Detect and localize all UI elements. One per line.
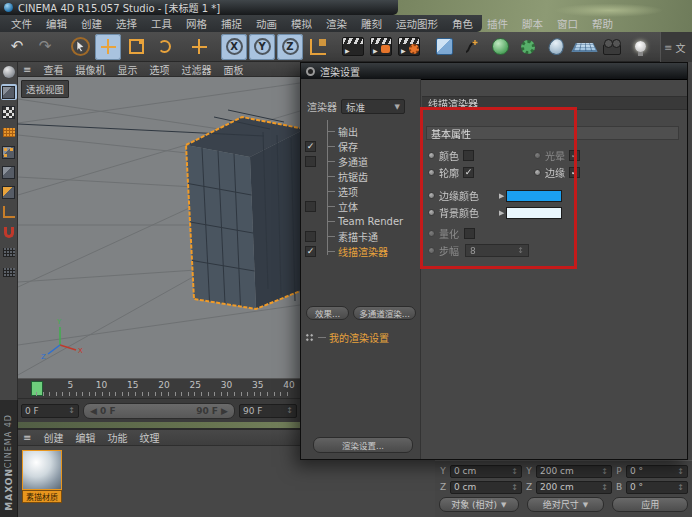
edge-checkbox[interactable]: ✓	[569, 167, 580, 178]
axis-x-button[interactable]: X	[221, 34, 247, 60]
viewport-menu-item[interactable]: 摄像机	[75, 62, 105, 77]
settings-tree-item[interactable]: ✓ 保存	[301, 139, 420, 154]
tree-item-label[interactable]: 保存	[338, 139, 358, 154]
viewport-menu-item[interactable]: 过滤器	[181, 62, 211, 77]
basic-properties-section[interactable]: 基本属性	[426, 126, 679, 140]
select-tool-button[interactable]	[67, 34, 93, 60]
snap-button[interactable]	[1, 224, 17, 240]
points-mode-button[interactable]	[1, 144, 17, 160]
menu-item[interactable]: 角色	[445, 16, 480, 31]
workplane-snap-button[interactable]	[1, 264, 17, 280]
keyframe-dot-icon[interactable]	[534, 169, 541, 176]
axis-z-button[interactable]: Z	[277, 34, 303, 60]
position-y-field[interactable]: 0 cm↕	[450, 465, 522, 478]
material-menu-item[interactable]: 编辑	[75, 430, 95, 445]
generators-button[interactable]	[487, 34, 513, 60]
size-mode-dropdown[interactable]: 绝对尺寸▼	[527, 497, 605, 512]
tree-item-label[interactable]: 素描卡通	[338, 229, 378, 244]
coordinate-system-button[interactable]	[305, 34, 331, 60]
tree-checkbox[interactable]: ✓	[305, 201, 316, 212]
tree-checkbox[interactable]: ✓	[305, 246, 316, 257]
menu-item[interactable]: 窗口	[550, 16, 585, 31]
timeline[interactable]: 0510152025303540	[18, 378, 300, 398]
workplane-mode-button[interactable]	[1, 124, 17, 140]
rotation-p-field[interactable]: 0 °↕	[626, 465, 688, 478]
settings-tree-item[interactable]: ✓ Team Render	[301, 214, 420, 229]
effects-button[interactable]: 效果...	[306, 306, 349, 320]
settings-tree-item[interactable]: ✓ 抗锯齿	[301, 169, 420, 184]
scale-tool-button[interactable]	[123, 34, 149, 60]
deformers-button[interactable]	[515, 34, 541, 60]
frame-range-slider[interactable]: ◀ 0 F 90 F ▶	[83, 403, 235, 419]
my-render-setting-item[interactable]: 我的渲染设置	[305, 330, 420, 345]
spinner-icon[interactable]: ↕	[286, 406, 293, 415]
keyframe-dot-icon[interactable]	[428, 209, 435, 216]
material-menu-item[interactable]: 纹理	[139, 430, 159, 445]
light-button[interactable]	[627, 34, 653, 60]
make-editable-button[interactable]	[1, 64, 17, 80]
spinner-icon[interactable]: ↕	[511, 483, 518, 492]
camera-button[interactable]	[599, 34, 625, 60]
tree-item-label[interactable]: 抗锯齿	[338, 169, 368, 184]
spinner-icon[interactable]: ↕	[677, 483, 684, 492]
viewport-menu-item[interactable]: 面板	[223, 62, 243, 77]
expand-triangle-icon[interactable]: ▶	[499, 209, 504, 217]
spinner-icon[interactable]: ↕	[601, 467, 608, 476]
color-checkbox[interactable]	[463, 150, 474, 161]
menu-item[interactable]: 插件	[480, 16, 515, 31]
material-name-label[interactable]: 素描材质	[22, 490, 62, 503]
redo-button[interactable]: ↷	[32, 34, 58, 60]
axis-y-button[interactable]: Y	[249, 34, 275, 60]
menu-item[interactable]: 文件	[4, 16, 39, 31]
viewport[interactable]: ≡ 查看 摄像机 显示 选项 过滤器 面板 透视视图	[18, 62, 300, 378]
panel-menu-icon[interactable]: ≡	[664, 42, 672, 53]
menu-item[interactable]: 选择	[109, 16, 144, 31]
tree-checkbox[interactable]: ✓	[305, 231, 316, 242]
renderer-dropdown[interactable]: 标准▼	[341, 99, 405, 114]
menu-item[interactable]: 网格	[179, 16, 214, 31]
tree-checkbox[interactable]: ✓	[305, 141, 316, 152]
position-z-field[interactable]: 0 cm↕	[450, 481, 522, 494]
settings-tree-item[interactable]: ✓ 多通道	[301, 154, 420, 169]
settings-tree-item[interactable]: ✓ 素描卡通	[301, 229, 420, 244]
keyframe-dot-icon[interactable]	[428, 192, 435, 199]
menu-item[interactable]: 创建	[74, 16, 109, 31]
quantize-button[interactable]	[1, 244, 17, 260]
enable-axis-button[interactable]	[1, 204, 17, 220]
dialog-title-bar[interactable]: 渲染设置	[301, 63, 687, 80]
outline-checkbox[interactable]: ✓	[463, 167, 474, 178]
render-settings-toolbar-button[interactable]	[396, 34, 422, 60]
viewport-menu-item[interactable]: 显示	[117, 62, 137, 77]
render-view-button[interactable]	[340, 34, 366, 60]
size-z-field[interactable]: 200 cm↕	[536, 481, 612, 494]
bg-color-swatch[interactable]	[506, 207, 562, 219]
model-mode-button[interactable]	[1, 84, 17, 100]
viewport-menu-item[interactable]: 查看	[43, 62, 63, 77]
menu-item[interactable]: 模拟	[284, 16, 319, 31]
menu-item[interactable]: 运动图形	[389, 16, 445, 31]
tree-item-label[interactable]: 多通道	[338, 154, 368, 169]
polygons-mode-button[interactable]	[1, 184, 17, 200]
expand-triangle-icon[interactable]: ▶	[499, 192, 504, 200]
environment-button[interactable]	[543, 34, 569, 60]
menu-item[interactable]: 捕捉	[214, 16, 249, 31]
keyframe-dot-icon[interactable]	[428, 169, 435, 176]
last-tool-button[interactable]	[186, 34, 212, 60]
keyframe-dot-icon[interactable]	[428, 152, 435, 159]
menu-item[interactable]: 帮助	[585, 16, 620, 31]
size-y-field[interactable]: 200 cm↕	[536, 465, 612, 478]
settings-tree-item[interactable]: ✓ 线描渲染器	[301, 244, 420, 259]
material-menu-item[interactable]: 功能	[107, 430, 127, 445]
quantize-checkbox[interactable]	[464, 228, 475, 239]
menu-item[interactable]: 工具	[144, 16, 179, 31]
apply-button[interactable]: 应用	[612, 497, 688, 512]
settings-tree-item[interactable]: ✓ 选项	[301, 184, 420, 199]
current-frame-field[interactable]: 0 F↕	[21, 404, 79, 418]
material-menu-icon[interactable]: ≡	[23, 432, 31, 443]
step-field[interactable]: 8↕	[465, 244, 529, 257]
rotate-tool-button[interactable]	[151, 34, 177, 60]
spinner-icon[interactable]: ↕	[517, 246, 524, 255]
menu-item[interactable]: 脚本	[515, 16, 550, 31]
settings-tree-item[interactable]: ✓ 输出	[301, 124, 420, 139]
tree-item-label[interactable]: 立体	[338, 199, 358, 214]
